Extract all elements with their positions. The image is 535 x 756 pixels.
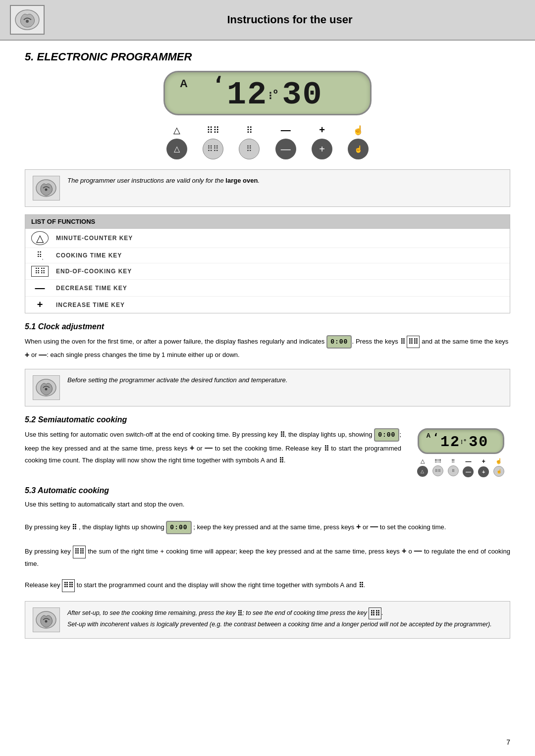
increase-btn-group: + + [312, 124, 332, 159]
increase-label: INCREASE TIME KEY [56, 302, 125, 308]
mini-cooking-button[interactable]: ⠿ [448, 465, 459, 476]
note-logo-1 [33, 176, 60, 201]
header: Instructions for the user [0, 0, 535, 41]
lcd-display: A ʻ12⁝ₒ30 [163, 71, 372, 115]
inline-display-000: 0:00 [326, 335, 352, 349]
end-cooking-button[interactable]: ⠿⠿ [203, 139, 223, 159]
mini-endcooking-icon: ⠿⠿ [434, 458, 441, 464]
function-row-2: ⠿, COOKING TIME KEY [25, 248, 510, 263]
section52-body: Use this setting for automatic oven swit… [25, 428, 401, 466]
function-row-5: + INCREASE TIME KEY [25, 297, 510, 313]
mini-minus-group: — — [463, 458, 474, 477]
decrease-label: DECREASE TIME KEY [56, 285, 127, 292]
mini-buttons-row: △ △ ⠿⠿ ⠿⠿ ⠿ ⠿ — — [415, 458, 507, 477]
bell-icon-label: △ [173, 125, 180, 136]
minus-icon-inline: — [205, 444, 213, 452]
inline-display-auto: 0:00 [166, 521, 191, 534]
end-cooking-icon-label: ⠿⠿ [207, 125, 219, 136]
function-row-4: — DECREASE TIME KEY [25, 280, 510, 297]
hand-button[interactable]: ☝ [348, 139, 369, 159]
minute-counter-label: MINUTE-COUNTER KEY [56, 235, 133, 242]
mini-bell-button[interactable]: △ [417, 466, 428, 477]
mini-minus-icon: — [465, 458, 471, 465]
note-endcooking-icon: ⠿⠿ [369, 607, 381, 619]
section51-title: 5.1 Clock adjustment [25, 322, 510, 331]
page-number: 7 [506, 738, 510, 746]
functions-table: LIST OF FUNCTIONS △ MINUTE-COUNTER KEY ⠿… [25, 214, 510, 313]
semi-cooking-key-icon: ⠿ [280, 429, 285, 441]
functions-header: LIST OF FUNCTIONS [25, 215, 510, 229]
svg-point-3 [45, 189, 48, 191]
increase-button[interactable]: + [312, 139, 332, 159]
mini-endcooking-button[interactable]: ⠿⠿ [432, 465, 443, 476]
section5-title: 5. ELECTRONIC PROGRAMMER [25, 50, 510, 63]
semiauto-layout: Use this setting for automatic oven swit… [25, 428, 510, 477]
end-cooking-btn-group: ⠿⠿ ⠿⠿ [203, 125, 223, 159]
end-cooking-icon: ⠿⠿ [31, 266, 49, 277]
hand-icon-label: ☝ [353, 125, 364, 136]
minute-counter-button[interactable]: △ [166, 139, 187, 159]
auto-cooking-key-icon: ⠿ [72, 522, 77, 533]
inline-endcooking-icon: ⠿⠿ [407, 336, 420, 348]
mini-lcd-display: A ʻ12⁝ₒ30 [418, 428, 504, 454]
mini-plus-icon: + [482, 458, 485, 465]
note-text-2: Before setting the programmer activate t… [67, 375, 287, 385]
plus3-icon-inline: + [402, 547, 406, 555]
mini-cooking-group: ⠿ ⠿ [448, 458, 459, 476]
decrease-button[interactable]: — [275, 139, 296, 159]
auto-cooking-symbol: ⠿ [359, 580, 364, 591]
mini-lcd-time: ʻ12⁝ₒ30 [433, 431, 488, 451]
inline-minus-icon: — [39, 349, 47, 361]
mini-lcd-superscript: A [427, 432, 432, 439]
section52-title: 5.2 Semiautomatic cooking [25, 415, 510, 424]
note-box-2: Before setting the programmer activate t… [25, 369, 510, 406]
svg-point-1 [26, 20, 29, 23]
decrease-icon: — [31, 282, 49, 294]
hand-btn-group: ☝ ☝ [348, 125, 369, 159]
svg-point-5 [45, 388, 48, 390]
cooking-time-btn-group: ⠿ ⠿ [239, 125, 260, 159]
auto-endcooking-icon: ⠿⠿ [73, 546, 86, 558]
note-box-3: After set-up, to see the cooking time re… [25, 601, 510, 639]
cooking-time-icon: ⠿, [31, 251, 49, 260]
lcd-time: ʻ12⁝ₒ30 [213, 73, 323, 113]
lcd-superscript: A [180, 77, 190, 90]
minus3-icon-inline: — [414, 547, 422, 555]
section53-body: Use this setting to automatically start … [25, 499, 510, 592]
cooking-time-label: COOKING TIME KEY [56, 252, 122, 259]
content: 5. ELECTRONIC PROGRAMMER A ʻ12⁝ₒ30 △ △ ⠿… [0, 41, 535, 661]
note-logo-3 [33, 607, 60, 632]
function-row-3: ⠿⠿ END-OF-COOKING KEY [25, 263, 510, 280]
function-row-1: △ MINUTE-COUNTER KEY [25, 229, 510, 248]
cooking-time-icon-label: ⠿ [246, 125, 253, 136]
section53-title: 5.3 Automatic cooking [25, 486, 510, 495]
increase-icon: + [31, 299, 49, 310]
note-text-1: The programmer user instructions are val… [67, 176, 260, 186]
minus-icon-label: — [281, 124, 291, 136]
decrease-btn-group: — — [275, 124, 296, 159]
mini-minus-button[interactable]: — [463, 466, 474, 477]
section51-body: When using the oven for the first time, … [25, 335, 510, 362]
minute-counter-btn-group: △ △ [166, 125, 187, 159]
minus2-icon-inline: — [370, 522, 378, 531]
note-cooking-icon: ⠿ [237, 608, 242, 619]
inline-plus-icon: + [25, 349, 29, 361]
display-area: A ʻ12⁝ₒ30 △ △ ⠿⠿ ⠿⠿ ⠿ [144, 71, 391, 159]
plus-icon-label: + [319, 124, 325, 136]
mini-cooking-icon: ⠿ [451, 458, 455, 464]
page: Instructions for the user 5. ELECTRONIC … [0, 0, 535, 756]
mini-plus-button[interactable]: + [478, 466, 489, 477]
note-box-1: The programmer user instructions are val… [25, 169, 510, 207]
mini-hand-button[interactable]: ☝ [493, 466, 504, 477]
mini-bell-group: △ △ [417, 458, 428, 477]
semiauto-right: A ʻ12⁝ₒ30 △ △ ⠿⠿ ⠿⠿ ⠿ [411, 428, 510, 477]
plus-icon-inline: + [190, 444, 194, 452]
mini-plus-group: + + [478, 458, 489, 477]
end-cooking-label: END-OF-COOKING KEY [56, 268, 132, 275]
auto-endcooking-icon2: ⠿⠿ [62, 579, 75, 592]
cooking-time-button[interactable]: ⠿ [239, 139, 260, 159]
header-logo [10, 5, 45, 35]
mini-endcooking-group: ⠿⠿ ⠿⠿ [432, 458, 443, 476]
minute-counter-icon: △ [31, 231, 49, 245]
semi-cooking-symbol: ⠿ [279, 455, 284, 466]
